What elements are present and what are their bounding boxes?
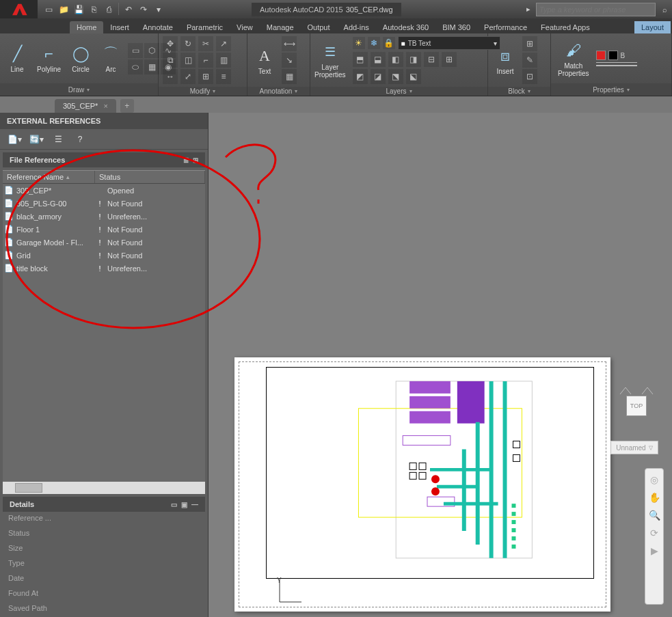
circle-button[interactable]: ◯Circle — [68, 42, 94, 74]
column-header-name[interactable]: Reference Name▲ — [3, 171, 95, 183]
save-icon[interactable]: 💾 — [72, 3, 85, 16]
panel-title-layers[interactable]: Layers — [310, 87, 487, 96]
layer-tool-icon[interactable]: ◨ — [406, 52, 421, 67]
line-button[interactable]: ╱Line — [4, 42, 30, 74]
bulb-icon[interactable]: ☀ — [353, 37, 365, 49]
steering-wheel-icon[interactable]: ◎ — [650, 474, 658, 485]
zoom-icon[interactable]: 🔍 — [649, 510, 660, 521]
tab-featuredapps[interactable]: Featured Apps — [534, 21, 597, 33]
reference-row[interactable]: 📄black_armory!Unreferen... — [3, 210, 205, 223]
showmotion-icon[interactable]: ▶ — [651, 545, 658, 556]
print-icon[interactable]: ⎙ — [102, 3, 116, 16]
undo-icon[interactable]: ↶ — [122, 3, 135, 16]
attach-dwg-icon[interactable]: 📄▾ — [7, 133, 22, 146]
draw-tool-icon[interactable]: ▦ — [144, 59, 159, 74]
tab-addins[interactable]: Add-ins — [337, 21, 376, 33]
layer-tool-icon[interactable]: ◩ — [353, 69, 368, 84]
details-icon[interactable]: ▭ — [171, 501, 177, 508]
tab-layout[interactable]: Layout — [634, 21, 671, 33]
viewport[interactable] — [266, 367, 594, 579]
lock-icon[interactable]: 🔒 — [383, 37, 395, 49]
tab-bim360[interactable]: BIM 360 — [435, 21, 477, 33]
view-name-button[interactable]: Unnamed▽ — [610, 441, 658, 454]
arc-button[interactable]: ⌒Arc — [98, 42, 124, 74]
mirror-icon[interactable]: ◫ — [180, 53, 196, 68]
lineweight-icon[interactable] — [596, 62, 637, 63]
infocenter-icon[interactable]: ⌕ — [657, 3, 672, 16]
reference-row[interactable]: 📄title block!Unreferen... — [3, 262, 205, 275]
add-tab-button[interactable]: + — [120, 99, 134, 113]
close-icon[interactable]: × — [103, 102, 107, 110]
panel-title-block[interactable]: Block — [488, 87, 550, 96]
lineweight-icon[interactable] — [596, 65, 637, 66]
panel-title-properties[interactable]: Properties — [551, 83, 671, 96]
tab-home[interactable]: Home — [70, 21, 103, 33]
orbit-icon[interactable]: ⟳ — [650, 527, 658, 538]
text-button[interactable]: AText — [252, 44, 278, 77]
tab-insert[interactable]: Insert — [103, 21, 136, 33]
layer-tool-icon[interactable]: ⬓ — [371, 52, 386, 67]
freeze-icon[interactable]: ❄ — [368, 37, 380, 49]
tab-parametric[interactable]: Parametric — [180, 21, 230, 33]
new-icon[interactable]: ▭ — [42, 3, 55, 16]
preview-icon[interactable]: ▣ — [181, 501, 187, 508]
title-caret-icon[interactable]: ▸ — [521, 3, 536, 16]
layer-properties-button[interactable]: ☰Layer Properties — [314, 42, 350, 79]
reference-row[interactable]: 📄305_CEP*Opened — [3, 184, 205, 197]
dimension-icon[interactable]: ⟷ — [282, 36, 297, 51]
help-icon[interactable]: ? — [72, 133, 88, 146]
horizontal-scrollbar[interactable] — [3, 482, 205, 494]
layer-tool-icon[interactable]: ◪ — [371, 69, 386, 84]
layer-tool-icon[interactable]: ◧ — [388, 52, 403, 67]
refresh-icon[interactable]: 🔄▾ — [29, 133, 44, 146]
tree-icon[interactable]: ⊞ — [193, 156, 198, 164]
modify-tool-icon[interactable]: ▥ — [216, 53, 231, 68]
block-tool-icon[interactable]: ⊞ — [522, 36, 537, 51]
polyline-button[interactable]: ⌐Polyline — [34, 42, 64, 74]
array-icon[interactable]: ⊞ — [198, 69, 213, 84]
layer-tool-icon[interactable]: ⬔ — [388, 69, 403, 84]
layer-combo[interactable]: ■TB Text▾ — [398, 36, 500, 50]
app-logo[interactable] — [0, 0, 38, 18]
table-icon[interactable]: ▦ — [282, 69, 297, 84]
draw-tool-icon[interactable]: ⬭ — [128, 59, 143, 74]
redo-icon[interactable]: ↷ — [137, 3, 150, 16]
tab-performance[interactable]: Performance — [477, 21, 534, 33]
color-swatch[interactable] — [608, 51, 618, 60]
draw-tool-icon[interactable]: ▭ — [128, 43, 143, 58]
modify-tool-icon[interactable]: ↗ — [216, 36, 231, 51]
modify-tool-icon[interactable]: ≡ — [216, 69, 231, 84]
drawing-canvas[interactable]: Y TOP Unnamed▽ ◎ ✋ 🔍 ⟳ ▶ — [209, 113, 672, 617]
trim-icon[interactable]: ✂ — [198, 36, 213, 51]
tab-manage[interactable]: Manage — [260, 21, 301, 33]
reference-row[interactable]: 📄Garage Model - Fl...!Not Found — [3, 236, 205, 249]
block-tool-icon[interactable]: ✎ — [522, 53, 537, 68]
document-tab[interactable]: 305_CEP* × — [55, 99, 116, 113]
copy-icon[interactable]: ⧉ — [163, 53, 178, 68]
layer-tool-icon[interactable]: ⊟ — [424, 52, 439, 67]
layer-tool-icon[interactable]: ⬕ — [406, 69, 421, 84]
move-icon[interactable]: ✥ — [163, 36, 178, 51]
panel-title-annotation[interactable]: Annotation — [247, 87, 310, 96]
draw-tool-icon[interactable]: ⬡ — [144, 43, 159, 58]
open-icon[interactable]: 📁 — [57, 3, 70, 16]
collapse-icon[interactable]: — — [191, 501, 198, 508]
match-properties-button[interactable]: 🖌Match Properties — [555, 39, 592, 79]
layer-tool-icon[interactable]: ⊞ — [442, 52, 457, 67]
leader-icon[interactable]: ↘ — [282, 53, 297, 68]
color-swatch[interactable] — [596, 51, 606, 60]
tab-output[interactable]: Output — [301, 21, 337, 33]
saveas-icon[interactable]: ⎘ — [87, 3, 100, 16]
search-input[interactable] — [536, 3, 656, 16]
layer-tool-icon[interactable]: ⬒ — [353, 52, 368, 67]
panel-title-draw[interactable]: Draw — [0, 83, 158, 96]
view-cube[interactable]: TOP — [616, 386, 657, 427]
tab-view[interactable]: View — [230, 21, 260, 33]
block-tool-icon[interactable]: ⊡ — [522, 69, 537, 84]
file-references-header[interactable]: File References ≣⊞ — [3, 152, 205, 167]
pan-icon[interactable]: ✋ — [649, 492, 660, 503]
fillet-icon[interactable]: ⌐ — [198, 53, 213, 68]
reference-row[interactable]: 📄Floor 1!Not Found — [3, 223, 205, 236]
tab-annotate[interactable]: Annotate — [136, 21, 180, 33]
qat-dropdown-icon[interactable]: ▾ — [152, 3, 165, 16]
